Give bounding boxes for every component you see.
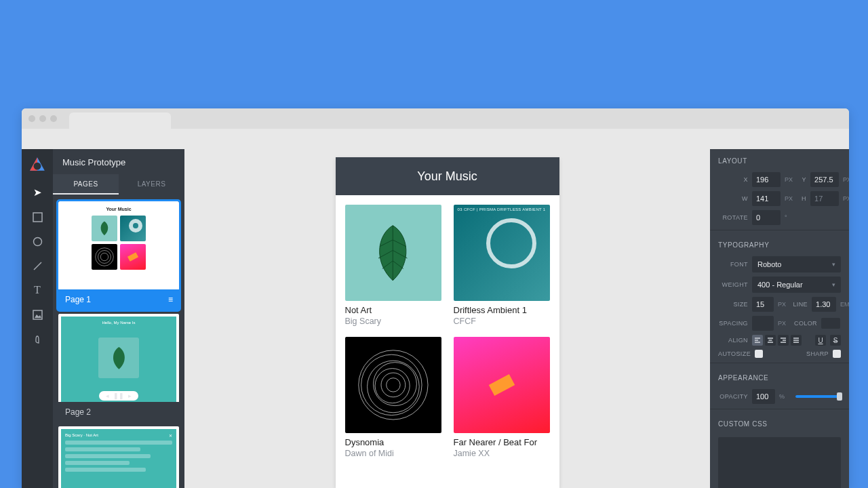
input-x[interactable] (752, 172, 781, 187)
input-spacing[interactable] (752, 316, 774, 331)
browser-window: ➤ T Music Prototype PAGES LAYERS Your Mu… (22, 108, 849, 488)
input-size[interactable] (752, 297, 774, 312)
chevron-down-icon: ▾ (832, 261, 835, 268)
svg-point-17 (386, 378, 399, 391)
album-title: Driftless Ambient 1 (454, 305, 550, 316)
section-typography: TYPOGRAPHY (710, 233, 849, 254)
album-grid: Not Art Big Scary 03 CFCF | PRISMA DRIFT… (336, 195, 559, 468)
artboard[interactable]: Your Music Not Art Big Scary 03 CFCF | P… (336, 157, 559, 488)
svg-point-9 (98, 251, 111, 264)
album-artist: CFCF (454, 316, 550, 327)
cursor-tool[interactable]: ➤ (22, 182, 53, 203)
album-artist: Big Scary (345, 316, 441, 327)
app-logo[interactable] (28, 156, 46, 174)
tab-pages[interactable]: PAGES (53, 174, 119, 195)
underline-button[interactable]: U (815, 335, 826, 346)
album-card[interactable]: Not Art Big Scary (345, 205, 441, 327)
select-font[interactable]: Roboto▾ (752, 256, 841, 272)
align-left-button[interactable] (752, 335, 763, 346)
album-cover: 03 CFCF | PRISMA DRIFTLESS AMBIENT 1 (454, 205, 550, 301)
svg-rect-3 (33, 213, 42, 222)
input-y[interactable] (810, 172, 839, 187)
svg-line-5 (34, 262, 41, 270)
album-cover (454, 337, 550, 433)
select-weight[interactable]: 400 - Regular▾ (752, 277, 841, 293)
left-toolbar: ➤ T (22, 149, 53, 488)
album-title: Dysnomia (345, 437, 441, 448)
album-artist: Dawn of Midi (345, 448, 441, 459)
svg-point-12 (361, 354, 421, 415)
album-artist: Jamie XX (454, 448, 550, 459)
panel-tabs: PAGES LAYERS (53, 174, 184, 195)
project-title: Music Prototype (53, 149, 184, 174)
svg-point-15 (375, 368, 410, 403)
svg-point-2 (34, 163, 41, 170)
svg-point-14 (373, 362, 416, 405)
line-tool[interactable] (22, 255, 53, 277)
page-thumb-2[interactable]: Hello, My Name Is ◂ ❚❚ ▸ Page 2 (58, 314, 179, 422)
svg-rect-6 (33, 310, 42, 319)
custom-css-input[interactable] (718, 437, 841, 488)
chevron-down-icon: ▾ (832, 281, 835, 288)
page-thumbnails: Your Music Page 1≡ (53, 195, 184, 488)
rectangle-tool[interactable] (22, 206, 53, 228)
inspector-panel: LAYOUT X PX Y PX W PX H PX ROTATE ° (710, 149, 849, 488)
tab-layers[interactable]: LAYERS (119, 174, 184, 195)
svg-marker-7 (35, 314, 41, 318)
browser-chrome (22, 108, 849, 129)
album-title: Not Art (345, 305, 441, 316)
album-cover (345, 337, 441, 433)
svg-point-4 (33, 237, 41, 245)
browser-tab[interactable] (69, 113, 171, 129)
section-layout: LAYOUT (710, 149, 849, 170)
album-card[interactable]: Dysnomia Dawn of Midi (345, 337, 441, 460)
hand-tool[interactable] (22, 328, 53, 350)
autosize-checkbox[interactable] (755, 350, 763, 358)
pages-panel: Music Prototype PAGES LAYERS Your Music (53, 149, 184, 488)
svg-point-16 (381, 373, 406, 397)
input-h[interactable] (810, 191, 839, 206)
svg-point-10 (100, 253, 108, 260)
page-label: Page 1 (65, 295, 91, 304)
text-tool[interactable]: T (22, 279, 53, 301)
canvas[interactable]: Your Music Not Art Big Scary 03 CFCF | P… (184, 149, 710, 488)
circle-tool[interactable] (22, 230, 53, 252)
album-card[interactable]: Far Nearer / Beat For Jamie XX (454, 337, 550, 460)
opacity-slider[interactable] (795, 395, 841, 398)
strikethrough-button[interactable]: S (830, 335, 841, 346)
design-app: ➤ T Music Prototype PAGES LAYERS Your Mu… (22, 149, 849, 488)
align-center-button[interactable] (765, 335, 776, 346)
align-right-button[interactable] (778, 335, 789, 346)
input-w[interactable] (752, 191, 781, 206)
page-thumb-3[interactable]: Big Scary · Not Art ✕ (58, 426, 179, 488)
color-swatch[interactable] (821, 318, 840, 329)
artboard-header: Your Music (336, 157, 559, 195)
album-cover (345, 205, 441, 301)
page-thumb-1[interactable]: Your Music Page 1≡ (58, 201, 179, 310)
input-line[interactable] (812, 297, 836, 312)
traffic-lights (28, 115, 57, 122)
page-label: Page 2 (65, 407, 91, 417)
section-appearance: APPEARANCE (710, 366, 849, 387)
input-opacity[interactable] (752, 389, 775, 404)
section-custom-css: CUSTOM CSS (710, 412, 849, 433)
align-justify-button[interactable] (791, 335, 802, 346)
menu-icon[interactable]: ≡ (168, 295, 172, 304)
album-title: Far Nearer / Beat For (454, 437, 550, 448)
sharp-checkbox[interactable] (833, 350, 841, 358)
pause-icon: ❚❚ (113, 392, 124, 399)
input-rotate[interactable] (752, 210, 781, 225)
album-card[interactable]: 03 CFCF | PRISMA DRIFTLESS AMBIENT 1 Dri… (454, 205, 550, 327)
image-tool[interactable] (22, 304, 53, 325)
